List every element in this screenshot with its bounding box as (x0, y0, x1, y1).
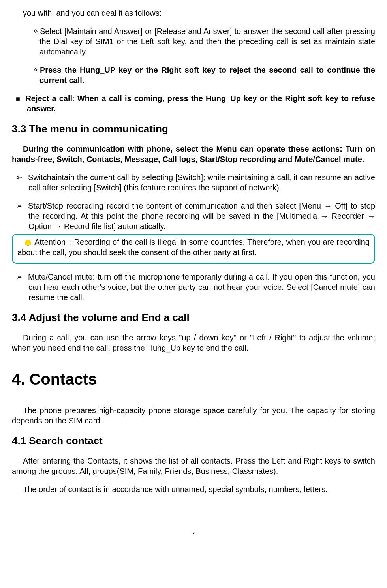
paragraph-3-4: During a call, you can use the arrow key… (12, 333, 375, 353)
heading-3-3: 3.3 The menu in communicating (12, 122, 375, 136)
square-label: Reject a call (25, 94, 72, 103)
heading-4: 4. Contacts (12, 369, 375, 389)
bell-icon (25, 240, 31, 245)
diamond-icon: ✧ (32, 27, 39, 36)
square-item-reject: ■Reject a call: When a call is coming, p… (16, 93, 375, 114)
paragraph-3-3: During the communication with phone, sel… (12, 144, 375, 164)
paragraph-4: The phone prepares high-capacity phone s… (12, 405, 375, 426)
diamond-item-1: ✧Select [Maintain and Answer] or [Releas… (23, 26, 375, 57)
arrow-icon: ➢ (16, 173, 23, 182)
paragraph-4-1-b: The order of contact is in accordance wi… (12, 484, 375, 494)
paragraph-3-3-text: During the communication with phone, sel… (12, 145, 375, 163)
arrow-text: Start/Stop recoreding record the content… (28, 201, 375, 231)
arrow-item-mute: ➢Mute/Cancel mute: turn off the micropho… (16, 272, 375, 302)
attention-box: Attention：Recording of the call is illeg… (12, 234, 375, 264)
page-number: 7 (12, 530, 375, 537)
arrow-item-record: ➢Start/Stop recoreding record the conten… (16, 201, 375, 231)
square-icon: ■ (16, 95, 21, 103)
diamond-icon: ✧ (32, 66, 39, 74)
heading-3-4: 3.4 Adjust the volume and End a call (12, 311, 375, 325)
diamond-item-text: Select [Maintain and Answer] or [Release… (39, 27, 375, 56)
square-bold-rest: When a call is coming, press the Hung_Up… (27, 94, 375, 113)
paragraph-4-1-a: After entering the Contacts, it shows th… (12, 456, 375, 476)
arrow-text: Switchaintain the current call by select… (28, 173, 375, 192)
arrow-item-switch: ➢Switchaintain the current call by selec… (16, 172, 375, 193)
arrow-icon: ➢ (16, 201, 23, 210)
arrow-text: Mute/Cancel mute: turn off the microphon… (28, 272, 375, 302)
heading-4-1: 4.1 Search contact (12, 434, 375, 448)
diamond-item-text: Press the Hung_UP key or the Right soft … (39, 66, 375, 85)
diamond-item-2: ✧Press the Hung_UP key or the Right soft… (23, 65, 375, 85)
attention-label: Attention： (34, 238, 74, 246)
continued-text: you with, and you can deal it as follows… (23, 8, 375, 18)
square-sep: : (72, 94, 77, 103)
arrow-icon: ➢ (16, 272, 23, 281)
